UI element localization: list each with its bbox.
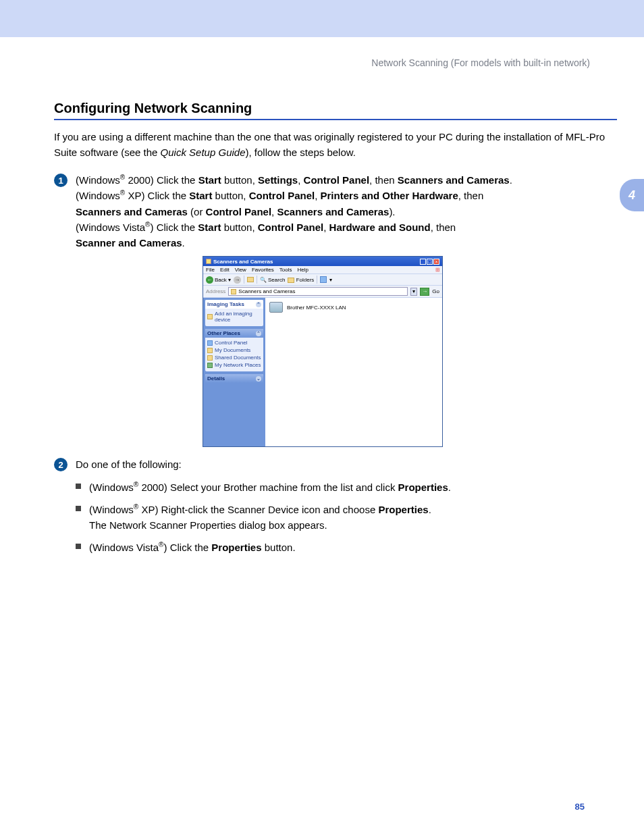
step-1: 1 (Windows® 2000) Click the Start button… <box>54 172 617 251</box>
step-number-2: 2 <box>54 458 68 471</box>
step-2: 2 Do one of the following: (Windows® 200… <box>54 457 617 558</box>
address-folder-icon <box>231 289 236 294</box>
b3-props: Properties <box>211 542 261 553</box>
s1-xp-b: XP) Click the <box>125 190 189 201</box>
step-number-1: 1 <box>54 174 68 187</box>
step-1-body: (Windows® 2000) Click the Start button, … <box>76 172 617 251</box>
device-item[interactable]: Brother MFC-XXXX LAN <box>269 302 438 313</box>
s1-then: , then <box>369 174 398 186</box>
menu-edit[interactable]: Edit <box>220 267 230 273</box>
shared-icon <box>207 355 213 361</box>
s1-w2k-b: 2000) Click the <box>125 174 198 186</box>
expand-icon: ⌄ <box>256 376 261 382</box>
up-folder-icon[interactable] <box>247 277 254 282</box>
maximize-button[interactable]: □ <box>427 259 433 265</box>
menu-tools[interactable]: Tools <box>279 267 292 273</box>
bullet-2: (Windows® XP) Right-click the Scanner De… <box>76 502 617 533</box>
toolbar-separator-3 <box>317 276 317 284</box>
other-places-title: Other Places <box>207 330 240 336</box>
go-button[interactable]: → <box>420 288 429 296</box>
b2-b: XP) Right-click the Scanner Device icon … <box>138 504 378 515</box>
search-button[interactable]: 🔍 Search <box>260 277 286 283</box>
close-button[interactable]: × <box>433 259 439 265</box>
forward-button[interactable]: → <box>234 276 241 284</box>
s1-comma1: , <box>298 174 303 186</box>
content-pane: Brother MFC-XXXX LAN <box>265 298 442 446</box>
back-button[interactable]: ← Back ▾ <box>206 276 231 284</box>
b2-c: The Network Scanner Properties dialog bo… <box>89 519 327 531</box>
s1-xp-a: (Windows <box>76 190 120 201</box>
other-places-box: Other Places ⌃ Control Panel My Document… <box>205 329 263 371</box>
address-dropdown[interactable]: ▾ <box>410 288 417 296</box>
window-icon <box>206 259 211 264</box>
page-top-band <box>0 0 644 37</box>
menu-favorites[interactable]: Favorites <box>252 267 274 273</box>
xp-screenshot: Scanners and Cameras _ □ × File Edit Vie… <box>203 256 617 447</box>
views-button[interactable] <box>320 276 327 283</box>
imaging-tasks-header[interactable]: Imaging Tasks ⌃ <box>205 300 263 309</box>
add-imaging-device-link[interactable]: Add an imaging device <box>207 311 261 323</box>
s1-closep: ). <box>389 206 395 217</box>
s1-cp3: Control Panel <box>206 206 272 217</box>
s1-btn: button, <box>221 174 258 186</box>
other-places-header[interactable]: Other Places ⌃ <box>205 329 263 338</box>
b1-period: . <box>448 481 451 493</box>
my-documents-link[interactable]: My Documents <box>207 347 261 353</box>
address-value: Scanners and Cameras <box>238 288 295 294</box>
s1-start2: Start <box>189 190 212 201</box>
views-dropdown[interactable]: ▾ <box>329 277 332 283</box>
details-box: Details ⌄ <box>205 374 263 383</box>
s1-then2: , then <box>458 190 484 201</box>
intro-paragraph: If you are using a different machine tha… <box>54 130 617 160</box>
cp-icon <box>207 340 213 346</box>
menu-view[interactable]: View <box>235 267 246 273</box>
minimize-button[interactable]: _ <box>420 259 426 265</box>
add-device-text: Add an imaging device <box>215 311 261 323</box>
netplaces-icon <box>207 363 213 368</box>
s1-then3: , then <box>431 221 456 233</box>
collapse-icon-2: ⌃ <box>256 331 261 336</box>
my-network-places-link[interactable]: My Network Places <box>207 362 261 368</box>
go-label: Go <box>432 288 439 294</box>
add-device-icon <box>207 314 213 319</box>
window-body: Imaging Tasks ⌃ Add an imaging device <box>203 298 442 446</box>
details-header[interactable]: Details ⌄ <box>205 374 263 383</box>
b1-props: Properties <box>398 481 448 493</box>
shared-documents-link[interactable]: Shared Documents <box>207 355 261 361</box>
window-title: Scanners and Cameras <box>213 259 273 265</box>
device-label: Brother MFC-XXXX LAN <box>287 305 346 311</box>
running-header: Network Scanning (For models with built-… <box>54 57 617 68</box>
s1-start3: Start <box>198 221 221 233</box>
b1-b: 2000) Select your Brother machine from t… <box>138 481 398 493</box>
xp-window: Scanners and Cameras _ □ × File Edit Vie… <box>203 256 443 447</box>
s1-cp4: Control Panel <box>258 221 324 233</box>
square-bullet-icon-2 <box>76 506 81 511</box>
intro-text-b: ), follow the steps below. <box>246 147 356 158</box>
b3-c: button. <box>262 542 296 553</box>
toolbar: ← Back ▾ → 🔍 Search Folders ▾ <box>203 274 442 286</box>
control-panel-link[interactable]: Control Panel <box>207 340 261 346</box>
s1-btn2: button, <box>212 190 248 201</box>
imaging-tasks-box: Imaging Tasks ⌃ Add an imaging device <box>205 300 263 326</box>
scanner-device-icon <box>269 302 283 313</box>
s2-lead: Do one of the following: <box>76 459 182 470</box>
imaging-tasks-title: Imaging Tasks <box>207 301 244 307</box>
menu-file[interactable]: File <box>206 267 215 273</box>
folders-button[interactable]: Folders <box>288 277 314 283</box>
bullet-1: (Windows® 2000) Select your Brother mach… <box>76 479 617 495</box>
s1-comma4: , <box>323 221 329 233</box>
toolbar-separator <box>244 276 244 284</box>
menu-help[interactable]: Help <box>297 267 308 273</box>
b2-props: Properties <box>378 504 428 515</box>
collapse-icon: ⌃ <box>256 302 261 307</box>
s1-period1: . <box>510 174 512 186</box>
s1-scsing: Scanner and Cameras <box>76 237 182 249</box>
back-label: Back <box>215 277 227 283</box>
address-field[interactable]: Scanners and Cameras <box>228 287 408 296</box>
s1-sc: Scanners and Cameras <box>398 174 510 186</box>
b1-a: (Windows <box>89 481 134 493</box>
details-title: Details <box>207 375 225 382</box>
address-label: Address <box>206 288 225 294</box>
xp-titlebar: Scanners and Cameras _ □ × <box>203 257 442 266</box>
toolbar-separator-2 <box>257 276 257 284</box>
